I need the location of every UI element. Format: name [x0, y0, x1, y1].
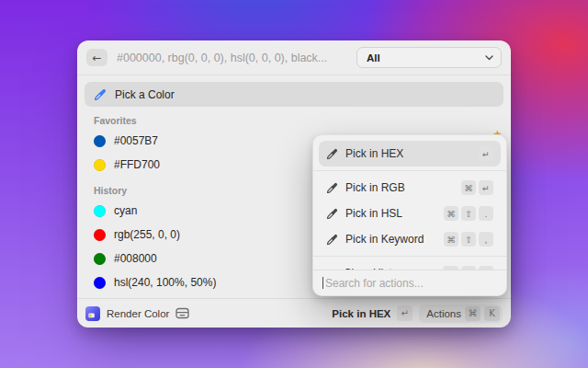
color-swatch — [94, 135, 106, 147]
cmd-key-hint: ⌘ — [461, 180, 476, 195]
actions-label: Actions — [426, 308, 461, 319]
eyedropper-icon — [326, 208, 338, 220]
menu-item-label: Pick in HEX — [345, 147, 471, 160]
actions-search-input[interactable]: Search for actions... — [313, 270, 506, 295]
filter-dropdown[interactable]: All — [356, 47, 502, 68]
list-item-label: #0057B7 — [114, 134, 158, 147]
color-swatch — [94, 205, 106, 217]
menu-item-clear-history[interactable]: ⊗ Clear History ⌥ ⇧ C — [319, 260, 501, 270]
device-icon — [175, 307, 189, 319]
enter-key-hint: ↵ — [397, 305, 413, 321]
chevron-down-icon — [485, 55, 493, 61]
top-bar: ← #000000, rbg(0, 0, 0), hsl(0, 0, 0), b… — [77, 40, 511, 75]
actions-search-placeholder: Search for actions... — [325, 277, 424, 290]
menu-item-pick-in-keyword[interactable]: Pick in Keyword ⌘ ⇧ , — [319, 226, 501, 252]
pick-a-color-item[interactable]: Pick a Color — [85, 82, 503, 107]
pick-a-color-label: Pick a Color — [115, 88, 175, 101]
menu-divider — [313, 170, 506, 171]
color-swatch — [94, 253, 106, 265]
menu-item-pick-in-rgb[interactable]: Pick in RGB ⌘ ↵ — [319, 175, 501, 201]
cmd-key-hint: ⌘ — [465, 306, 481, 321]
color-swatch — [94, 159, 106, 171]
enter-key-hint: ↵ — [479, 180, 493, 195]
menu-item-pick-in-hex[interactable]: Pick in HEX ↵ — [319, 141, 501, 167]
shift-key-hint: ⇧ — [461, 206, 476, 221]
menu-item-label: Pick in RGB — [345, 181, 454, 194]
cmd-key-hint: ⌘ — [444, 232, 458, 247]
eyedropper-icon — [326, 148, 338, 160]
actions-button[interactable]: Actions ⌘ K — [419, 305, 503, 323]
color-swatch — [94, 229, 106, 241]
list-item-label: cyan — [114, 204, 137, 217]
filter-dropdown-value: All — [367, 52, 485, 63]
back-arrow-icon: ← — [92, 52, 101, 64]
color-swatch — [94, 277, 106, 289]
search-input[interactable]: #000000, rbg(0, 0, 0), hsl(0, 0, 0), bla… — [117, 52, 347, 64]
eyedropper-icon — [94, 88, 107, 101]
enter-key-hint: ↵ — [479, 146, 493, 161]
eyedropper-icon — [326, 234, 338, 246]
list-item-label: hsl(240, 100%, 50%) — [114, 276, 216, 289]
menu-divider — [313, 256, 506, 257]
menu-item-pick-in-hsl[interactable]: Pick in HSL ⌘ ⇧ . — [319, 201, 501, 226]
comma-key-hint: , — [479, 232, 493, 247]
shift-key-hint: ⇧ — [461, 232, 476, 247]
actions-popup-list: Pick in HEX ↵ Pick in RGB ⌘ ↵ — [313, 135, 506, 270]
section-title-favorites: Favorites — [94, 115, 511, 126]
primary-action-label[interactable]: Pick in HEX — [332, 308, 390, 319]
footer-bar: Render Color Pick in HEX ↵ Actions ⌘ K — [77, 298, 511, 328]
render-color-app-icon — [85, 306, 100, 321]
eyedropper-icon — [326, 182, 338, 194]
app-name-label: Render Color — [107, 308, 169, 319]
actions-popup: Pick in HEX ↵ Pick in RGB ⌘ ↵ — [312, 134, 507, 296]
cmd-key-hint: ⌘ — [444, 206, 458, 221]
list-item-label: rgb(255, 0, 0) — [114, 228, 180, 241]
list-item-label: #008000 — [114, 252, 157, 265]
text-cursor — [322, 277, 323, 289]
list-item-label: #FFD700 — [114, 158, 160, 171]
k-key-hint: K — [484, 306, 500, 321]
menu-item-label: Pick in Keyword — [345, 233, 436, 246]
back-button[interactable]: ← — [86, 49, 107, 66]
menu-item-label: Pick in HSL — [345, 207, 436, 220]
period-key-hint: . — [479, 206, 493, 221]
